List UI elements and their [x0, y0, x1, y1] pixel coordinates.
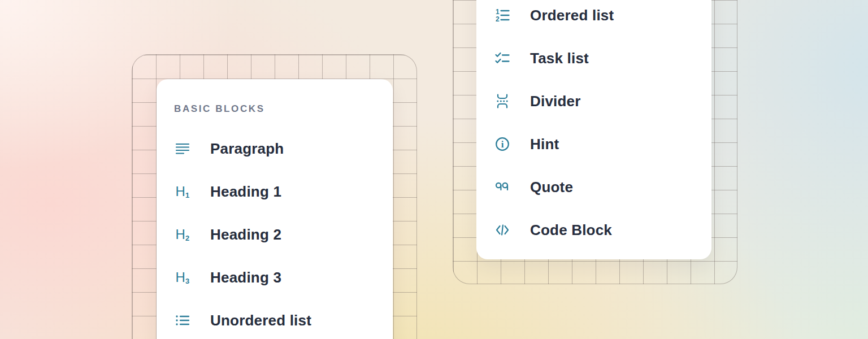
heading-3-icon: H 3 [174, 269, 191, 286]
svg-text:2: 2 [496, 15, 500, 23]
menu-item-label: Divider [530, 93, 581, 110]
svg-text:H: H [176, 270, 185, 285]
divider-icon [494, 93, 511, 110]
menu-item-quote[interactable]: Quote [494, 166, 711, 208]
svg-text:2: 2 [185, 234, 189, 242]
svg-text:H: H [176, 184, 185, 199]
menu-item-label: Heading 2 [210, 226, 281, 244]
menu-item-label: Paragraph [210, 140, 284, 158]
svg-text:3: 3 [185, 277, 189, 285]
heading-2-icon: H 2 [174, 226, 191, 243]
menu-item-heading-3[interactable]: H 3 Heading 3 [174, 256, 393, 299]
hint-icon: i [494, 136, 511, 153]
menu-item-label: Heading 1 [210, 183, 281, 201]
menu-item-label: Ordered list [530, 7, 614, 24]
menu-item-label: Code Block [530, 221, 612, 239]
svg-text:1: 1 [185, 191, 189, 199]
task-list-icon [494, 50, 511, 67]
menu-item-label: Quote [530, 179, 573, 196]
blocks-menu-list: 1 2 Ordered list Task list Divider i Hin… [494, 0, 711, 251]
menu-item-label: Hint [530, 136, 559, 153]
ordered-list-icon: 1 2 [494, 7, 511, 24]
code-block-icon [494, 221, 511, 238]
menu-item-heading-2[interactable]: H 2 Heading 2 [174, 213, 393, 256]
unordered-list-icon [174, 312, 191, 329]
svg-text:H: H [176, 227, 185, 242]
menu-item-heading-1[interactable]: H 1 Heading 1 [174, 170, 393, 213]
basic-blocks-menu-card: BASIC BLOCKS Paragraph H 1 Heading 1 H 2… [157, 79, 393, 339]
menu-item-divider[interactable]: Divider [494, 80, 711, 123]
menu-item-label: Unordered list [210, 312, 311, 329]
quote-icon [494, 179, 511, 195]
basic-blocks-menu-list: Paragraph H 1 Heading 1 H 2 Heading 2 H … [174, 127, 393, 339]
section-label-basic-blocks: BASIC BLOCKS [174, 103, 393, 115]
menu-item-paragraph[interactable]: Paragraph [174, 127, 393, 170]
menu-item-hint[interactable]: i Hint [494, 123, 711, 166]
hero-illustration: BASIC BLOCKS Paragraph H 1 Heading 1 H 2… [0, 0, 868, 339]
heading-1-icon: H 1 [174, 183, 191, 200]
menu-item-label: Task list [530, 50, 589, 67]
svg-text:1: 1 [496, 8, 500, 16]
menu-item-label: Heading 3 [210, 269, 281, 286]
menu-item-unordered-list[interactable]: Unordered list [174, 299, 393, 339]
svg-text:i: i [501, 139, 504, 150]
blocks-menu-card: 1 2 Ordered list Task list Divider i Hin… [476, 0, 711, 259]
menu-item-code-block[interactable]: Code Block [494, 208, 711, 251]
paragraph-icon [174, 140, 191, 157]
menu-item-task-list[interactable]: Task list [494, 37, 711, 80]
menu-item-ordered-list[interactable]: 1 2 Ordered list [494, 0, 711, 37]
